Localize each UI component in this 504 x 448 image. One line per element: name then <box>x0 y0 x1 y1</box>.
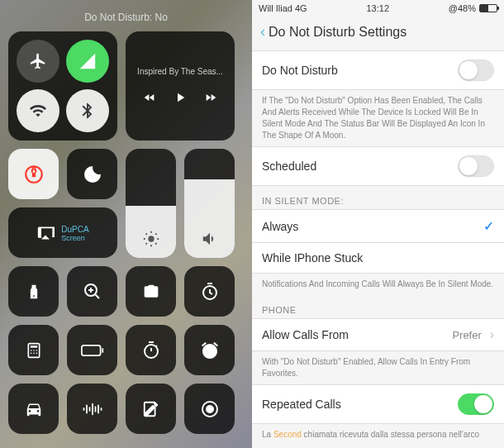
driving-mode-button[interactable] <box>8 384 59 434</box>
phone-header: PHONE <box>252 295 504 318</box>
notes-button[interactable] <box>126 384 176 434</box>
allow-calls-description: With "Do Not Disturb" Enabled, Allow Cal… <box>252 351 504 384</box>
svg-rect-9 <box>30 346 36 348</box>
nav-title: Do Not Disturb Settings <box>269 25 407 40</box>
cc-header-label: Do Not Disturb: No <box>8 8 244 31</box>
battery-icon <box>479 4 497 12</box>
status-bar: Will Iliad 4G 13:12 @48% <box>252 0 504 17</box>
brightness-icon <box>142 230 160 248</box>
orientation-lock-button[interactable] <box>8 149 59 199</box>
dnd-toggle[interactable] <box>458 60 494 81</box>
repeated-description: La Second chiamata ricevuta dalla stessa… <box>252 424 504 446</box>
back-chevron-icon[interactable]: ‹ <box>260 23 265 41</box>
flashlight-button[interactable] <box>8 266 59 317</box>
allow-calls-detail: Prefer <box>452 329 481 341</box>
settings-panel: Will Iliad 4G 13:12 @48% ‹ Do Not Distur… <box>252 0 504 448</box>
volume-slider[interactable] <box>184 149 235 258</box>
volume-icon <box>201 230 219 248</box>
svg-rect-16 <box>81 345 100 355</box>
repeated-calls-label: Repeated Calls <box>262 398 341 411</box>
stopwatch-button[interactable] <box>126 325 176 375</box>
while-stuck-label: While IPhone Stuck <box>262 251 363 265</box>
svg-line-4 <box>95 294 99 298</box>
screen-mirror-label: DuPCA <box>61 225 88 234</box>
svg-point-11 <box>33 350 35 351</box>
magnifier-button[interactable] <box>67 266 117 317</box>
calculator-button[interactable] <box>8 325 59 375</box>
music-title: Inspired By The Seas... <box>137 67 223 76</box>
time-label: 13:12 <box>366 3 389 13</box>
timer-button[interactable] <box>184 266 235 317</box>
brightness-slider[interactable] <box>126 149 176 258</box>
svg-point-10 <box>30 350 31 351</box>
chevron-right-icon: › <box>490 327 494 341</box>
svg-point-13 <box>30 352 31 354</box>
svg-point-15 <box>36 352 37 354</box>
dnd-label: Do Not Disturb <box>262 64 338 77</box>
connectivity-module <box>8 31 117 141</box>
svg-point-14 <box>33 352 35 354</box>
svg-point-28 <box>207 406 213 412</box>
screen-mirroring-button[interactable]: DuPCA Screen <box>8 207 117 258</box>
airplay-icon <box>36 225 55 241</box>
scheduled-toggle[interactable] <box>458 155 494 177</box>
allow-calls-label: Allow Calls From <box>262 328 349 341</box>
scheduled-label: Scheduled <box>262 160 316 173</box>
screen-record-button[interactable] <box>184 384 235 434</box>
dnd-description: If The "Do Not Disturb" Option Has Been … <box>252 90 504 146</box>
bluetooth-button[interactable] <box>66 89 109 132</box>
camera-button[interactable] <box>126 266 176 317</box>
always-cell[interactable]: Always ✓ <box>252 209 504 243</box>
scheduled-cell[interactable]: Scheduled <box>252 146 504 186</box>
repeated-calls-toggle[interactable] <box>458 393 494 415</box>
music-controls <box>141 89 219 106</box>
repeated-calls-cell[interactable]: Repeated Calls <box>252 384 504 424</box>
svg-point-2 <box>148 236 154 241</box>
wifi-button[interactable] <box>17 89 59 132</box>
allow-calls-cell[interactable]: Allow Calls From Prefer › <box>252 318 504 351</box>
carrier-label: Will Iliad 4G <box>259 3 307 13</box>
nav-header[interactable]: ‹ Do Not Disturb Settings <box>252 17 504 50</box>
play-icon[interactable] <box>173 89 188 106</box>
svg-rect-17 <box>102 348 103 352</box>
while-stuck-cell[interactable]: While IPhone Stuck <box>252 243 504 274</box>
music-module[interactable]: Inspired By The Seas... <box>126 31 235 141</box>
low-power-button[interactable] <box>67 325 117 375</box>
screen-mirror-sublabel: Screen <box>61 234 88 242</box>
airplane-mode-button[interactable] <box>17 40 59 83</box>
svg-point-12 <box>36 350 37 351</box>
silent-description: Notifications And Incoming Calls Will Al… <box>252 274 504 295</box>
cellular-data-button[interactable] <box>66 40 109 83</box>
check-icon: ✓ <box>483 218 494 234</box>
dnd-toggle-cell[interactable]: Do Not Disturb <box>252 50 504 90</box>
voice-memo-button[interactable] <box>67 384 117 434</box>
forward-icon[interactable] <box>202 91 219 104</box>
svg-rect-1 <box>31 172 35 176</box>
control-center: Do Not Disturb: No Inspired By T <box>0 0 252 448</box>
do-not-disturb-button[interactable] <box>67 149 117 199</box>
alarm-button[interactable] <box>184 325 235 375</box>
battery-percent: @48% <box>449 3 476 13</box>
always-label: Always <box>262 220 298 233</box>
silent-mode-header: IN SILENT MODE: <box>252 186 504 209</box>
rewind-icon[interactable] <box>141 91 158 104</box>
